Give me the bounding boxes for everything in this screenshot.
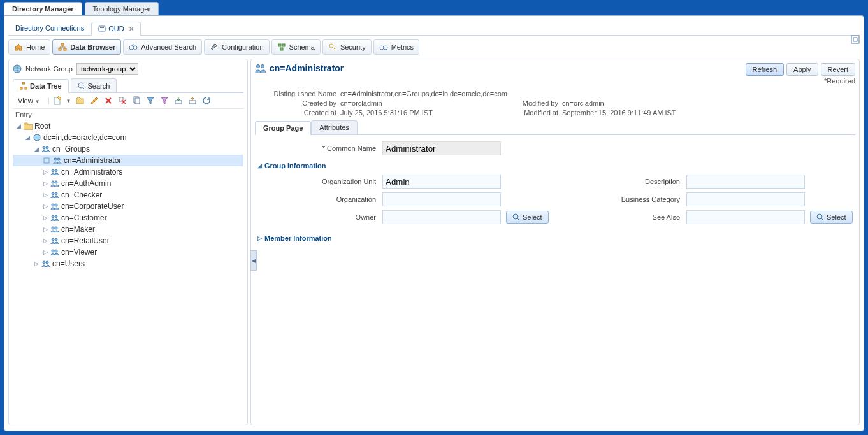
tree-item[interactable]: ▷cn=Administrators bbox=[13, 166, 243, 178]
nav-advanced-search-label: Advanced Search bbox=[141, 43, 196, 51]
expand-icon[interactable]: ▷ bbox=[42, 226, 48, 232]
expand-icon[interactable]: ▷ bbox=[42, 238, 48, 244]
delete-icon[interactable] bbox=[103, 96, 113, 106]
subtab-search-label: Search bbox=[88, 82, 110, 90]
edit-folder-icon[interactable] bbox=[75, 96, 85, 106]
tree-item-label: cn=Administrators bbox=[61, 168, 122, 176]
nav-advanced-search[interactable]: Advanced Search bbox=[123, 39, 202, 55]
refresh-button[interactable]: Refresh bbox=[746, 63, 785, 76]
nav-schema[interactable]: Schema bbox=[271, 39, 321, 55]
svg-point-44 bbox=[52, 227, 54, 229]
group-icon bbox=[50, 225, 59, 234]
owner-select-button[interactable]: Select bbox=[506, 211, 549, 224]
home-icon bbox=[14, 43, 23, 52]
delete-tree-icon[interactable] bbox=[117, 96, 127, 106]
expand-icon[interactable]: ▷ bbox=[42, 203, 48, 210]
tab-oud[interactable]: OUD ✕ bbox=[91, 22, 140, 36]
createdat-label: Created at bbox=[273, 109, 336, 117]
createdby-value: cn=orcladmin bbox=[340, 99, 497, 107]
tab-group-page[interactable]: Group Page bbox=[255, 121, 311, 135]
tab-directory-manager[interactable]: Directory Manager bbox=[4, 2, 82, 15]
panel-collapser[interactable]: ◀ bbox=[250, 250, 257, 271]
collapse-icon[interactable]: ◢ bbox=[33, 146, 40, 152]
close-tab-icon[interactable]: ✕ bbox=[129, 25, 134, 32]
tree-item[interactable]: ▷cn=Viewer bbox=[13, 246, 243, 258]
owner-select-label: Select bbox=[523, 213, 542, 221]
svg-point-7 bbox=[129, 46, 133, 50]
section-group-info[interactable]: ◢ Group Information bbox=[257, 162, 853, 169]
tab-topology-manager[interactable]: Topology Manager bbox=[85, 2, 159, 15]
tree-item[interactable]: ▷cn=Customer bbox=[13, 212, 243, 224]
apply-button[interactable]: Apply bbox=[786, 63, 818, 76]
filter-icon[interactable] bbox=[145, 96, 156, 106]
edit-icon[interactable] bbox=[89, 96, 99, 106]
tree-item[interactable]: ▷cn=Maker bbox=[13, 224, 243, 235]
expand-icon[interactable]: ▷ bbox=[42, 180, 48, 187]
org-field[interactable] bbox=[382, 192, 501, 206]
nav-metrics[interactable]: Metrics bbox=[373, 39, 419, 55]
svg-point-30 bbox=[46, 146, 48, 149]
section-member-info[interactable]: ▷ Member Information bbox=[257, 234, 853, 242]
seealso-select-button[interactable]: Select bbox=[810, 211, 853, 224]
collapse-icon[interactable]: ◢ bbox=[24, 134, 31, 141]
svg-rect-25 bbox=[175, 101, 182, 104]
tab-directory-connections[interactable]: Directory Connections bbox=[8, 21, 91, 35]
bizcat-field[interactable] bbox=[686, 192, 805, 206]
view-menu[interactable]: View ▼ bbox=[13, 96, 45, 106]
expand-icon[interactable]: ▷ bbox=[42, 192, 48, 198]
createdat-value: July 25, 2016 5:31:16 PM IST bbox=[340, 109, 497, 117]
nav-configuration[interactable]: Configuration bbox=[204, 39, 269, 55]
svg-point-52 bbox=[257, 65, 260, 68]
tree-item[interactable]: ▷cn=CorporateUser bbox=[13, 201, 243, 212]
org-unit-field[interactable] bbox=[382, 175, 501, 189]
tree-item[interactable]: ▷cn=AuthAdmin bbox=[13, 178, 243, 189]
nav-data-browser-label: Data Browser bbox=[70, 43, 115, 51]
nav-home[interactable]: Home bbox=[8, 39, 50, 55]
nav-data-browser[interactable]: Data Browser bbox=[52, 39, 121, 55]
svg-point-32 bbox=[54, 158, 57, 160]
seealso-field[interactable] bbox=[686, 210, 805, 224]
tab-attributes[interactable]: Attributes bbox=[311, 120, 357, 134]
modifiedat-label: Modified at bbox=[501, 109, 558, 117]
copy-dn-icon[interactable] bbox=[131, 96, 141, 106]
tree-item-label: cn=RetailUser bbox=[61, 236, 110, 245]
nav-schema-label: Schema bbox=[289, 43, 315, 51]
tree-item-label: cn=Viewer bbox=[61, 248, 97, 257]
collapse-icon[interactable]: ◢ bbox=[15, 123, 22, 129]
expand-icon[interactable]: ▷ bbox=[42, 215, 48, 221]
tree-root[interactable]: ◢ Root bbox=[13, 120, 243, 132]
export-icon[interactable] bbox=[187, 96, 198, 106]
schema-icon bbox=[277, 43, 286, 52]
tree-item[interactable]: ▷cn=Checker bbox=[13, 189, 243, 201]
desc-field[interactable] bbox=[686, 175, 805, 189]
expand-icon[interactable]: ▷ bbox=[33, 260, 40, 267]
entry-title: cn=Administrator bbox=[255, 63, 344, 73]
restore-icon[interactable] bbox=[851, 35, 860, 44]
tree-item[interactable]: ▷cn=RetailUser bbox=[13, 235, 243, 246]
revert-button[interactable]: Revert bbox=[821, 63, 855, 76]
tree-item-label: cn=Customer bbox=[61, 213, 107, 222]
tree-groups[interactable]: ◢ cn=Groups bbox=[13, 143, 243, 155]
svg-rect-17 bbox=[20, 87, 22, 89]
tree-item[interactable]: cn=Administrator bbox=[13, 155, 243, 166]
common-name-field[interactable] bbox=[382, 141, 501, 155]
clear-filter-icon[interactable] bbox=[159, 96, 170, 106]
owner-field[interactable] bbox=[382, 210, 501, 224]
tree-users[interactable]: ▷ cn=Users bbox=[13, 258, 243, 269]
svg-rect-2 bbox=[100, 29, 104, 29]
tree-dc[interactable]: ◢ dc=in,dc=oracle,dc=com bbox=[13, 132, 243, 143]
import-icon[interactable] bbox=[173, 96, 184, 106]
network-group-select[interactable]: network-group bbox=[76, 63, 138, 75]
refresh-tree-icon[interactable] bbox=[201, 96, 212, 106]
new-entry-icon[interactable] bbox=[52, 96, 62, 106]
wrench-icon bbox=[210, 43, 219, 52]
modifiedby-label: Modified by bbox=[501, 99, 558, 107]
entry-tree[interactable]: ◢ Root ◢ dc=in,dc=oracle,dc=com bbox=[13, 120, 243, 421]
svg-point-47 bbox=[55, 238, 57, 241]
dropdown-icon[interactable]: ▼ bbox=[66, 96, 71, 106]
expand-icon[interactable]: ▷ bbox=[42, 249, 48, 255]
subtab-data-tree[interactable]: Data Tree bbox=[13, 79, 69, 93]
nav-security[interactable]: Security bbox=[322, 39, 372, 55]
subtab-search[interactable]: Search bbox=[71, 78, 117, 92]
expand-icon[interactable]: ▷ bbox=[42, 169, 48, 175]
